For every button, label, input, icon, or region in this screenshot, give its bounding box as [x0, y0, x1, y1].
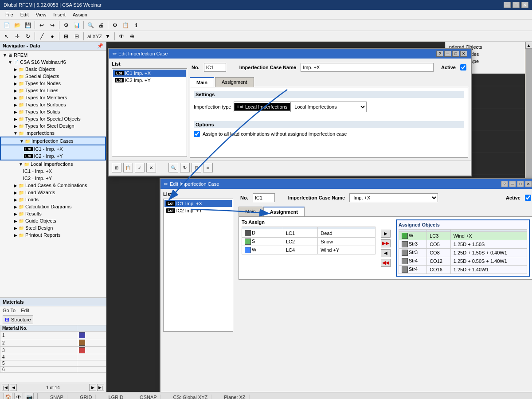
- menu-edit[interactable]: Edit: [17, 11, 32, 18]
- mat-row-6[interactable]: 6: [0, 367, 106, 373]
- nav-toggle-special-obj[interactable]: ▶: [12, 117, 19, 121]
- goto-label[interactable]: Go To: [3, 308, 16, 313]
- tab-main-d1[interactable]: Main: [190, 77, 214, 87]
- d1-copy-btn[interactable]: ⊞: [112, 163, 121, 172]
- d2-tab-main[interactable]: Main: [239, 207, 262, 216]
- nav-local-ic1[interactable]: IC1 - Imp. +X: [0, 168, 106, 175]
- list-item-ic2[interactable]: LoI IC2 Imp. +Y: [113, 77, 186, 84]
- menu-view[interactable]: View: [32, 11, 50, 18]
- nav-loads[interactable]: ▶ 📁 Loads: [0, 196, 106, 203]
- snap-btn[interactable]: ⊞: [61, 31, 71, 41]
- d1-paste-btn[interactable]: 📋: [123, 163, 133, 172]
- nav-toggle-nodes[interactable]: ▶: [12, 81, 19, 86]
- nav-calc-diagrams[interactable]: ▶ 📁 Calculation Diagrams: [0, 203, 106, 210]
- new-btn[interactable]: 📄: [2, 20, 12, 30]
- d1-search-btn[interactable]: 🔍: [168, 163, 178, 172]
- imperf-type-select-d1[interactable]: Local Imperfections: [290, 102, 366, 112]
- d2-active-checkbox[interactable]: [525, 195, 531, 201]
- d1-refresh-btn[interactable]: ↻: [180, 163, 190, 172]
- nav-toggle-pr[interactable]: ▶: [12, 233, 19, 238]
- save-btn[interactable]: 💾: [23, 20, 33, 30]
- nav-toggle-sd[interactable]: ▶: [12, 226, 19, 231]
- nav-types-nodes[interactable]: ▶ 📁 Types for Nodes: [0, 80, 106, 87]
- dialog2-help-btn[interactable]: ?: [501, 181, 508, 187]
- nav-toggle-lc[interactable]: ▶: [12, 183, 19, 188]
- mat-row-3[interactable]: 3: [0, 347, 106, 354]
- nav-toggle-guide[interactable]: ▶: [12, 219, 19, 223]
- d2-list-item-ic2[interactable]: LoI IC2 Imp. +Y: [164, 207, 232, 214]
- nav-rfem[interactable]: ▼ 🖥 RFEM: [0, 51, 106, 59]
- mat-row-1[interactable]: 1: [0, 332, 106, 339]
- first-page-btn[interactable]: |◀: [2, 384, 9, 391]
- d2-name-select[interactable]: Imp. +X: [349, 193, 438, 202]
- nav-toggle-file[interactable]: ▼: [7, 60, 13, 65]
- d2-tab-assignment[interactable]: Assignment: [263, 207, 305, 216]
- list-item-ic1[interactable]: LoI IC1 Imp. +X: [113, 70, 186, 77]
- nav-results[interactable]: ▶ 📁 Results: [0, 210, 106, 217]
- nav-toggle-rfem[interactable]: ▼: [2, 53, 8, 58]
- view-btn[interactable]: ▼: [103, 31, 113, 41]
- zoom-btn[interactable]: 🔍: [86, 20, 95, 30]
- prop-btn[interactable]: 📋: [121, 20, 130, 30]
- d2-no-input[interactable]: [253, 193, 275, 202]
- nav-printout[interactable]: ▶ 📁 Printout Reports: [0, 231, 106, 239]
- ao-row-co8[interactable]: Str3 CO8 1.25D + 1.50S + 0.40W1: [399, 249, 527, 257]
- no-input[interactable]: [204, 63, 226, 72]
- close-btn[interactable]: ✕: [521, 2, 528, 8]
- status-osnap[interactable]: OSNAP: [136, 395, 161, 399]
- layers-btn[interactable]: ⊕: [127, 31, 137, 41]
- open-btn[interactable]: 📂: [12, 20, 22, 30]
- nav-local-imperf[interactable]: ▼ 📁 Local Imperfections: [0, 160, 106, 168]
- ta-row-lc4[interactable]: W LC4 Wind +Y: [242, 246, 376, 254]
- d1-check-btn[interactable]: ✓: [135, 163, 145, 172]
- mat-row-4[interactable]: 4: [0, 354, 106, 360]
- nav-toggle-local[interactable]: ▼: [18, 162, 24, 167]
- redo-btn[interactable]: ↪: [47, 20, 57, 30]
- nav-toggle-solids[interactable]: ▶: [12, 110, 19, 114]
- assign-right-btn[interactable]: ▶: [381, 230, 391, 238]
- dialog2-max-btn[interactable]: □: [517, 181, 524, 187]
- mat-row-5[interactable]: 5: [0, 360, 106, 367]
- nav-toggle-cd[interactable]: ▶: [12, 204, 19, 209]
- d1-sort-btn[interactable]: ≡: [203, 163, 213, 172]
- maximize-btn[interactable]: □: [512, 2, 520, 8]
- structure-button[interactable]: ⊞ Structure: [3, 315, 33, 324]
- bottom-eye-btn[interactable]: 👁: [14, 393, 23, 399]
- undo-btn[interactable]: ↩: [37, 20, 47, 30]
- bottom-cam-btn[interactable]: 📷: [25, 393, 34, 399]
- ao-row-co12[interactable]: Str4 CO12 1.25D + 0.50S + 1.40W1: [399, 257, 527, 266]
- assign-all-checkbox[interactable]: [194, 131, 200, 137]
- assign-all-left-btn[interactable]: ◀◀: [381, 259, 391, 267]
- nav-toggle-results[interactable]: ▶: [12, 211, 19, 216]
- assign-left-btn[interactable]: ◀: [381, 249, 391, 257]
- status-lgrid[interactable]: LGRID: [105, 395, 127, 399]
- nav-local-ic2[interactable]: IC2 - Imp. +Y: [0, 175, 106, 182]
- dialog1-titlebar[interactable]: ✏ Edit Imperfection Case ? ─ □ ✕: [109, 49, 471, 59]
- status-snap[interactable]: SNAP: [47, 395, 67, 399]
- nav-special-objects[interactable]: ▶ 📁 Special Objects: [0, 73, 106, 80]
- minimize-btn[interactable]: ─: [504, 2, 511, 8]
- dialog1-min-btn[interactable]: ─: [444, 51, 451, 57]
- dialog1-help-btn[interactable]: ?: [436, 51, 443, 57]
- nav-ic2[interactable]: LoI IC2 - Imp. +Y: [0, 153, 106, 160]
- nav-toggle-basic[interactable]: ▶: [12, 67, 19, 72]
- d2-list-item-ic1[interactable]: LoI IC1 Imp. +X: [164, 200, 232, 207]
- print-btn[interactable]: 🖨: [96, 20, 106, 30]
- ao-row-lc3[interactable]: W LC3 Wind +X: [399, 232, 527, 240]
- d1-x-btn[interactable]: ✕: [146, 163, 156, 172]
- next-page-btn[interactable]: ▶: [89, 384, 96, 391]
- bottom-home-btn[interactable]: 🏠: [4, 393, 12, 399]
- ta-row-lc2[interactable]: S LC2 Snow: [242, 238, 376, 246]
- ta-row-lc1[interactable]: D LC1 Dead: [242, 229, 376, 238]
- nav-file[interactable]: ▼ 📄 CSA S16 Webinar.rf6: [0, 59, 106, 66]
- nav-types-solids[interactable]: ▶ 📁 Types for Solids: [0, 108, 106, 115]
- nav-toggle-imperf[interactable]: ▼: [12, 131, 19, 136]
- nav-types-members[interactable]: ▶ 📁 Types for Members: [0, 94, 106, 101]
- grid-btn[interactable]: ⊟: [72, 31, 82, 41]
- last-page-btn[interactable]: ▶|: [97, 384, 104, 391]
- edit-label[interactable]: Edit: [21, 308, 29, 313]
- prev-page-btn[interactable]: ◀: [10, 384, 17, 391]
- active-checkbox[interactable]: [460, 64, 466, 70]
- nav-toggle-ic[interactable]: ▼: [19, 139, 25, 144]
- settings-btn[interactable]: ⚙: [110, 20, 120, 30]
